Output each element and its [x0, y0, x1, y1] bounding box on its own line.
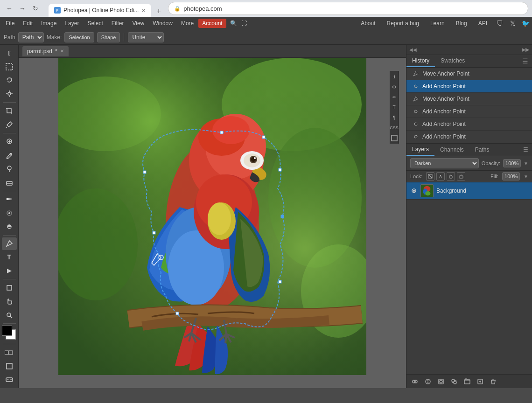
panel-left-arrow[interactable]: ◀◀: [409, 47, 417, 52]
history-item-0[interactable]: Move Anchor Point: [406, 68, 532, 80]
text-tool[interactable]: T: [2, 251, 17, 264]
lock-pixels-button[interactable]: [426, 172, 434, 181]
browser-controls[interactable]: ← → ↻: [4, 3, 41, 14]
gradient-tool[interactable]: [2, 193, 17, 206]
reddit-icon[interactable]: 🗨: [495, 19, 504, 28]
tab-history[interactable]: History: [406, 55, 435, 67]
menu-account[interactable]: Account: [198, 19, 226, 28]
fill-arrow[interactable]: ▼: [524, 174, 528, 179]
hand-tool[interactable]: [2, 295, 17, 308]
pen-tool[interactable]: [2, 237, 17, 250]
tab-paths[interactable]: Paths: [469, 144, 495, 155]
tab-swatches[interactable]: Swatches: [435, 55, 470, 67]
keyboard-shortcuts-button[interactable]: [2, 374, 17, 386]
magic-wand-tool[interactable]: [2, 88, 17, 100]
shape-tool[interactable]: [2, 281, 17, 294]
menu-view[interactable]: View: [128, 19, 148, 28]
tab-layers[interactable]: Layers: [406, 144, 434, 156]
healing-tool[interactable]: [2, 135, 17, 148]
browser-tab-active[interactable]: P Photopea | Online Photo Edi... ✕: [49, 4, 151, 17]
layers-panel-menu[interactable]: ☰: [519, 145, 532, 155]
menu-file[interactable]: File: [2, 19, 18, 28]
marquee-tool[interactable]: [2, 60, 17, 73]
crop-tool[interactable]: [2, 104, 17, 117]
forward-button[interactable]: →: [17, 3, 28, 14]
new-group-button[interactable]: [462, 377, 472, 386]
layer-item-background[interactable]: Background: [406, 182, 532, 200]
menu-api[interactable]: API: [475, 19, 491, 28]
history-item-5[interactable]: Add Anchor Point: [406, 131, 532, 143]
history-item-1[interactable]: Add Anchor Point: [406, 80, 532, 93]
menu-filter[interactable]: Filter: [108, 19, 128, 28]
layer-visibility-toggle[interactable]: [410, 187, 418, 195]
quick-mask-button[interactable]: [2, 346, 17, 359]
lock-position-button[interactable]: [447, 172, 455, 181]
canvas-tab-close[interactable]: ✕: [60, 49, 64, 54]
menu-window[interactable]: Window: [149, 19, 176, 28]
layer-effects-button[interactable]: [423, 377, 433, 386]
new-tab-button[interactable]: +: [153, 6, 164, 17]
clone-stamp-tool[interactable]: [2, 162, 17, 175]
info-icon[interactable]: ℹ: [391, 73, 398, 80]
unite-select[interactable]: Unite Subtract Intersect Exclude: [128, 32, 164, 42]
canvas-tab-parrot[interactable]: parrot.psd * ✕: [22, 46, 69, 56]
reload-button[interactable]: ↻: [30, 3, 41, 14]
path-select[interactable]: Path: [18, 32, 44, 42]
facebook-icon[interactable]: 🐦: [521, 19, 530, 28]
brush-settings-icon[interactable]: ✏: [391, 93, 398, 101]
history-item-4[interactable]: Add Anchor Point: [406, 118, 532, 131]
text-settings-icon[interactable]: T: [391, 104, 398, 111]
blur-tool[interactable]: [2, 207, 17, 219]
screen-mode-button[interactable]: [2, 360, 17, 372]
search-icon[interactable]: 🔍: [229, 19, 238, 28]
back-button[interactable]: ←: [4, 3, 15, 14]
history-item-2[interactable]: Move Anchor Point: [406, 93, 532, 105]
tab-channels[interactable]: Channels: [434, 144, 469, 155]
menu-blog[interactable]: Blog: [452, 19, 471, 28]
tab-close-button[interactable]: ✕: [141, 7, 146, 14]
selection-button[interactable]: Selection: [64, 32, 94, 42]
path-select-tool[interactable]: [2, 264, 17, 277]
new-layer-button[interactable]: [476, 377, 485, 386]
shape-button[interactable]: Shape: [97, 32, 120, 42]
history-panel-menu[interactable]: ☰: [518, 56, 532, 67]
menu-image[interactable]: Image: [37, 19, 60, 28]
canvas-content[interactable]: [19, 58, 406, 388]
svg-rect-22: [5, 351, 8, 354]
menu-select[interactable]: Select: [84, 19, 106, 28]
fill-value[interactable]: 100%: [502, 172, 520, 181]
menu-about[interactable]: About: [357, 19, 379, 28]
move-tool[interactable]: ⇧: [2, 47, 17, 59]
twitter-icon[interactable]: 𝕏: [508, 19, 517, 28]
menu-learn[interactable]: Learn: [427, 19, 448, 28]
opacity-arrow[interactable]: ▼: [524, 161, 528, 166]
css-label[interactable]: CSS: [391, 124, 398, 132]
expand-icon[interactable]: ⛶: [239, 19, 249, 28]
lock-all-button[interactable]: [457, 172, 465, 181]
dodge-tool[interactable]: [2, 220, 17, 233]
canvas-icon[interactable]: [391, 134, 398, 142]
delete-layer-button[interactable]: [489, 377, 498, 386]
settings-icon[interactable]: ⚙: [391, 83, 398, 90]
menu-layer[interactable]: Layer: [61, 19, 83, 28]
opacity-value[interactable]: 100%: [503, 159, 521, 167]
blend-mode-select[interactable]: Darken: [410, 158, 479, 168]
lasso-tool[interactable]: [2, 74, 17, 87]
menu-more[interactable]: More: [177, 19, 197, 28]
layer-mask-button[interactable]: [436, 377, 446, 386]
text-settings-2-icon[interactable]: ¶: [391, 114, 398, 121]
color-swatches[interactable]: [1, 326, 18, 342]
brush-tool[interactable]: [2, 149, 17, 161]
foreground-color[interactable]: [2, 326, 12, 336]
eyedropper-tool[interactable]: [2, 118, 17, 131]
layer-link-button[interactable]: [410, 377, 420, 386]
lock-paint-button[interactable]: [436, 172, 445, 181]
zoom-tool[interactable]: [2, 309, 17, 321]
address-bar[interactable]: 🔒 photopea.com: [168, 2, 528, 15]
layer-adjustment-button[interactable]: [449, 377, 459, 386]
history-item-3[interactable]: Add Anchor Point: [406, 105, 532, 118]
menu-report-bug[interactable]: Report a bug: [383, 19, 423, 28]
panel-right-arrow[interactable]: ▶▶: [522, 47, 529, 53]
eraser-tool[interactable]: [2, 176, 17, 188]
menu-edit[interactable]: Edit: [19, 19, 36, 28]
